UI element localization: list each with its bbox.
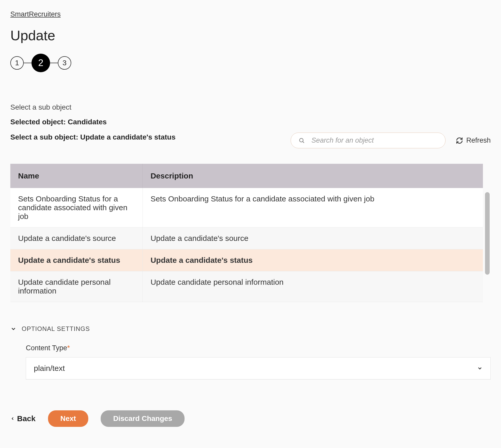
search-input[interactable] (311, 136, 438, 144)
discard-changes-button[interactable]: Discard Changes (101, 410, 185, 427)
chevron-down-icon (10, 326, 17, 332)
page-title: Update (10, 27, 491, 43)
chevron-left-icon (10, 416, 15, 421)
stepper: 1 2 3 (10, 54, 491, 72)
table-row[interactable]: Update a candidate's sourceUpdate a cand… (10, 227, 483, 249)
row-description: Update candidate personal information (143, 271, 483, 302)
column-header-description: Description (143, 164, 483, 188)
step-connector (50, 63, 58, 63)
search-box[interactable] (291, 133, 446, 148)
step-connector (24, 63, 31, 63)
back-button[interactable]: Back (10, 414, 36, 423)
refresh-button[interactable]: Refresh (456, 136, 491, 144)
content-type-label: Content Type* (26, 344, 491, 352)
step-3[interactable]: 3 (58, 56, 71, 70)
step-2[interactable]: 2 (31, 54, 50, 72)
table-row[interactable]: Sets Onboarding Status for a candidate a… (10, 188, 483, 227)
svg-line-1 (303, 142, 304, 143)
refresh-icon (456, 137, 463, 144)
row-description: Sets Onboarding Status for a candidate a… (143, 188, 483, 227)
step-1[interactable]: 1 (10, 56, 24, 70)
row-description: Update a candidate's status (143, 249, 483, 271)
chevron-down-icon (477, 365, 483, 371)
table-row[interactable]: Update candidate personal informationUpd… (10, 271, 483, 302)
section-subtitle: Select a sub object (10, 103, 491, 111)
search-icon (299, 137, 305, 144)
next-button[interactable]: Next (48, 410, 89, 427)
scrollbar-track[interactable] (485, 192, 490, 302)
refresh-label: Refresh (466, 136, 491, 144)
row-name: Update candidate personal information (10, 271, 143, 302)
row-name: Sets Onboarding Status for a candidate a… (10, 188, 143, 227)
scrollbar-thumb[interactable] (485, 192, 490, 275)
selected-object-label: Selected object: Candidates (10, 118, 491, 126)
content-type-select[interactable]: plain/text (26, 357, 491, 379)
selected-sub-object-label: Select a sub object: Update a candidate'… (10, 133, 291, 141)
row-name: Update a candidate's source (10, 227, 143, 249)
objects-table: Name Description Sets Onboarding Status … (10, 164, 483, 302)
optional-settings-title: OPTIONAL SETTINGS (22, 325, 90, 332)
breadcrumb-link[interactable]: SmartRecruiters (10, 10, 61, 18)
back-label: Back (17, 414, 36, 423)
required-indicator: * (67, 344, 70, 352)
svg-point-0 (300, 138, 303, 142)
row-name: Update a candidate's status (10, 249, 143, 271)
column-header-name: Name (10, 164, 143, 188)
optional-settings-toggle[interactable]: OPTIONAL SETTINGS (10, 325, 491, 332)
content-type-value: plain/text (34, 364, 65, 373)
table-row[interactable]: Update a candidate's statusUpdate a cand… (10, 249, 483, 271)
table-container: Name Description Sets Onboarding Status … (10, 164, 491, 302)
row-description: Update a candidate's source (143, 227, 483, 249)
